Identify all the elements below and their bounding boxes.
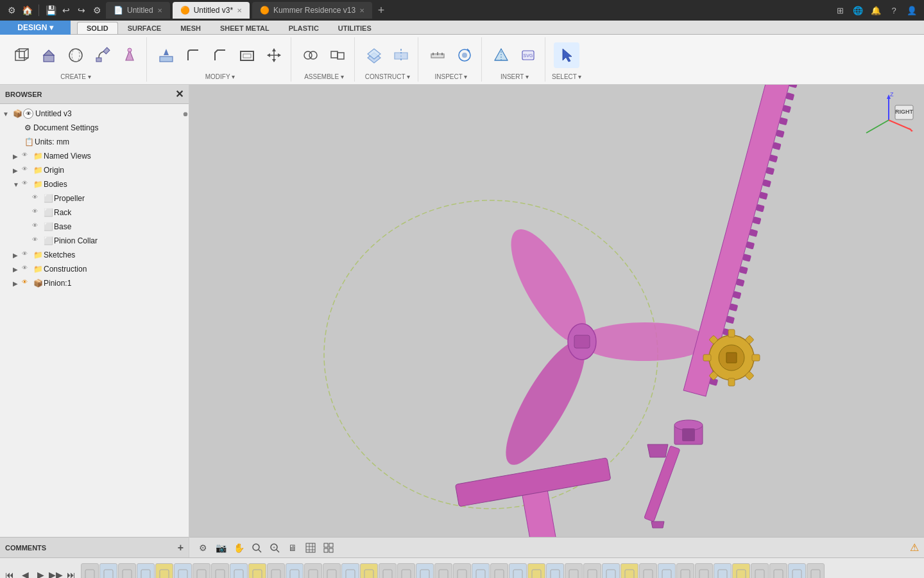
tab-sheet-metal[interactable]: SHEET METAL — [210, 22, 279, 34]
help-icon[interactable]: ? — [887, 3, 901, 17]
timeline-item-2[interactable] — [118, 563, 136, 579]
timeline-next-btn[interactable]: ▶▶ — [49, 568, 63, 579]
timeline-item-21[interactable] — [472, 563, 490, 579]
insert-svg-btn[interactable]: SVG — [515, 42, 541, 68]
tree-item-origin[interactable]: ▶ 👁 📁 Origin — [0, 163, 189, 177]
timeline-item-6[interactable] — [193, 563, 210, 579]
visibility-origin[interactable]: 👁 — [22, 166, 31, 175]
undo-icon[interactable]: ↩ — [60, 4, 73, 17]
modify-label[interactable]: MODIFY ▾ — [205, 73, 235, 80]
create-label[interactable]: CREATE ▾ — [60, 73, 91, 80]
globe-icon[interactable]: 🌐 — [851, 3, 865, 17]
timeline-item-25[interactable] — [546, 563, 564, 579]
insert-mesh-btn[interactable] — [488, 42, 514, 68]
tab-kummer-close[interactable]: ✕ — [359, 7, 364, 14]
shell-btn[interactable] — [234, 42, 260, 68]
revolve-btn[interactable] — [63, 42, 89, 68]
tab-plastic[interactable]: PLASTIC — [279, 22, 329, 34]
timeline-item-20[interactable] — [453, 563, 471, 579]
timeline-item-35[interactable] — [732, 563, 750, 579]
visibility-rack[interactable]: 👁 — [32, 208, 41, 217]
offset-plane-btn[interactable] — [361, 42, 387, 68]
camera-btn[interactable]: 📷 — [212, 539, 229, 556]
tab-v3-close[interactable]: ✕ — [237, 7, 242, 14]
timeline-item-9[interactable] — [248, 563, 266, 579]
timeline-item-4[interactable] — [155, 563, 173, 579]
select-btn[interactable] — [554, 42, 579, 68]
timeline-item-27[interactable] — [583, 563, 601, 579]
save-icon[interactable]: 💾 — [44, 4, 57, 17]
visibility-propeller[interactable]: 👁 — [32, 194, 41, 203]
construct-label[interactable]: CONSTRUCT ▾ — [365, 73, 410, 80]
timeline-item-3[interactable] — [137, 563, 155, 579]
sweep-btn[interactable] — [90, 42, 116, 68]
tab-kummer[interactable]: 🟠 Kummer Residence v13 ✕ — [252, 2, 372, 19]
extensions-icon[interactable]: ⊞ — [833, 3, 847, 17]
timeline-item-33[interactable] — [695, 563, 713, 579]
timeline-play-btn[interactable]: ▶ — [33, 568, 47, 579]
new-component-btn[interactable] — [9, 42, 35, 68]
zoom-window-btn[interactable]: + — [266, 539, 283, 556]
timeline-item-16[interactable] — [379, 563, 397, 579]
tree-item-root[interactable]: ▼ 📦 👁 Untitled v3 ⏺ — [0, 107, 189, 121]
timeline-item-15[interactable] — [360, 563, 378, 579]
timeline-item-18[interactable] — [416, 563, 434, 579]
timeline-prev-btn[interactable]: ◀ — [18, 568, 32, 579]
tab-surface[interactable]: SURFACE — [118, 22, 171, 34]
timeline-item-14[interactable] — [341, 563, 359, 579]
insert-label[interactable]: INSERT ▾ — [501, 73, 529, 80]
timeline-item-10[interactable] — [267, 563, 285, 579]
timeline-item-24[interactable] — [527, 563, 545, 579]
move-btn[interactable] — [261, 42, 287, 68]
record-btn[interactable]: ⏺ — [182, 110, 189, 118]
tab-untitled-close[interactable]: ✕ — [157, 7, 162, 14]
timeline-item-34[interactable] — [714, 563, 732, 579]
warning-indicator[interactable]: ⚠ — [910, 541, 919, 554]
app-icon[interactable]: ⚙ — [5, 4, 18, 17]
timeline-item-13[interactable] — [323, 563, 341, 579]
timeline-item-29[interactable] — [620, 563, 638, 579]
redo-icon[interactable]: ↪ — [75, 4, 88, 17]
visibility-sketches[interactable]: 👁 — [22, 250, 31, 259]
timeline-item-17[interactable] — [397, 563, 415, 579]
timeline-item-28[interactable] — [602, 563, 620, 579]
timeline-item-32[interactable] — [676, 563, 694, 579]
timeline-end-btn[interactable]: ⏭ — [64, 568, 78, 579]
tree-item-doc-settings[interactable]: ⚙ Document Settings — [0, 121, 189, 135]
tab-solid[interactable]: SOLID — [77, 22, 118, 34]
press-pull-btn[interactable] — [153, 42, 179, 68]
tree-item-named-views[interactable]: ▶ 👁 📁 Named Views — [0, 149, 189, 163]
visibility-bodies[interactable]: 👁 — [22, 180, 31, 189]
home-icon[interactable]: 🏠 — [21, 4, 33, 17]
tree-item-sketches[interactable]: ▶ 👁 📁 Sketches — [0, 248, 189, 262]
timeline-item-39[interactable] — [807, 563, 825, 579]
timeline-item-12[interactable] — [304, 563, 322, 579]
browser-close-icon[interactable]: ✕ — [175, 88, 184, 100]
visibility-base[interactable]: 👁 — [32, 222, 41, 231]
loft-btn[interactable] — [117, 42, 142, 68]
settings-view-btn[interactable]: ⚙ — [194, 539, 211, 556]
tree-item-propeller[interactable]: 👁 ⬜ Propeller — [0, 191, 189, 206]
zoom-fit-btn[interactable] — [248, 539, 265, 556]
tree-item-pinion1[interactable]: ▶ 👁 📦 Pinion:1 — [0, 276, 189, 290]
chamfer-btn[interactable] — [207, 42, 233, 68]
midplane-btn[interactable] — [388, 42, 414, 68]
timeline-item-30[interactable] — [639, 563, 657, 579]
select-label[interactable]: SELECT ▾ — [552, 73, 582, 80]
timeline-item-1[interactable] — [99, 563, 117, 579]
timeline-item-11[interactable] — [286, 563, 304, 579]
tab-untitled-v3[interactable]: 🟠 Untitled v3* ✕ — [173, 2, 250, 19]
joint-btn[interactable] — [298, 42, 323, 68]
measure-btn[interactable] — [425, 42, 450, 68]
as-built-btn[interactable] — [325, 42, 350, 68]
viewport[interactable]: Z RIGHT ⚙ 📷 ✋ + — [189, 85, 924, 557]
visibility-root[interactable]: 👁 — [23, 109, 33, 119]
tab-utilities[interactable]: UTILITIES — [329, 22, 381, 34]
viewcube[interactable]: Z RIGHT — [860, 91, 918, 149]
timeline-item-8[interactable] — [230, 563, 248, 579]
tree-item-rack[interactable]: 👁 ⬜ Rack — [0, 206, 189, 220]
timeline-item-0[interactable] — [81, 563, 99, 579]
timeline-item-22[interactable] — [490, 563, 508, 579]
timeline-item-23[interactable] — [509, 563, 527, 579]
tab-mesh[interactable]: MESH — [171, 22, 210, 34]
